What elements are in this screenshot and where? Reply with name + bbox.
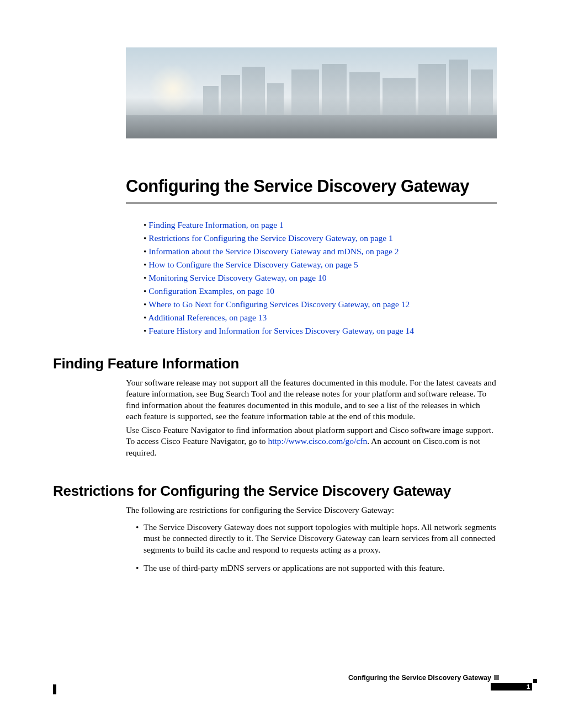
inline-link-cfn[interactable]: http://www.cisco.com/go/cfn <box>268 436 367 446</box>
banner-building <box>349 72 380 116</box>
toc-item: • Additional References, on page 13 <box>144 311 414 324</box>
toc-link[interactable]: Configuration Examples, on page 10 <box>148 286 274 296</box>
footer-square-icon <box>533 679 537 683</box>
toc-link[interactable]: Feature History and Information for Serv… <box>148 326 414 335</box>
list-text: The Service Discovery Gateway does not s… <box>144 522 496 554</box>
bullet-icon: • <box>136 563 139 574</box>
toc-item: • How to Configure the Service Discovery… <box>144 258 414 271</box>
list-text: The use of third-party mDNS servers or a… <box>144 563 445 572</box>
banner-building <box>242 67 265 116</box>
banner-building <box>322 64 347 116</box>
footer-left-bar-icon <box>53 684 56 694</box>
banner-building <box>471 69 493 116</box>
toc-link[interactable]: Additional References, on page 13 <box>148 313 267 322</box>
banner-ground <box>126 115 497 138</box>
bullet-icon: • <box>136 522 139 533</box>
list-item: • The use of third-party mDNS servers or… <box>144 563 497 574</box>
toc-link[interactable]: Where to Go Next for Configuring Service… <box>148 299 410 309</box>
toc-item: • Information about the Service Discover… <box>144 245 414 258</box>
toc-item: • Configuration Examples, on page 10 <box>144 285 414 298</box>
section-heading-restrictions: Restrictions for Configuring the Service… <box>53 483 451 500</box>
banner-sun <box>148 64 198 114</box>
list-item: • The Service Discovery Gateway does not… <box>144 522 497 555</box>
banner-building <box>203 86 219 116</box>
footer-page-bar <box>491 683 532 690</box>
paragraph: Use Cisco Feature Navigator to find info… <box>126 425 497 458</box>
section-heading-finding: Finding Feature Information <box>53 355 239 372</box>
toc-link[interactable]: How to Configure the Service Discovery G… <box>148 260 358 269</box>
banner-building <box>449 60 468 117</box>
paragraph: The following are restrictions for confi… <box>126 505 497 516</box>
table-of-contents: • Finding Feature Information, on page 1… <box>144 218 414 338</box>
banner-building <box>291 69 319 116</box>
banner-building <box>267 83 284 116</box>
banner-image <box>126 47 497 138</box>
toc-link[interactable]: Finding Feature Information, on page 1 <box>148 220 284 229</box>
toc-item: • Restrictions for Configuring the Servi… <box>144 232 414 245</box>
banner-building <box>418 64 446 116</box>
footer-square-icon <box>494 675 499 680</box>
toc-item: • Feature History and Information for Se… <box>144 324 414 338</box>
toc-link[interactable]: Monitoring Service Discovery Gateway, on… <box>148 273 326 282</box>
toc-link[interactable]: Information about the Service Discovery … <box>148 247 399 256</box>
toc-item: • Where to Go Next for Configuring Servi… <box>144 298 414 311</box>
footer-page-number: 1 <box>527 683 530 690</box>
paragraph: Your software release may not support al… <box>126 377 497 422</box>
title-rule <box>126 202 497 204</box>
toc-item: • Monitoring Service Discovery Gateway, … <box>144 271 414 285</box>
banner-building <box>221 75 240 116</box>
chapter-title: Configuring the Service Discovery Gatewa… <box>126 176 469 196</box>
toc-item: • Finding Feature Information, on page 1 <box>144 218 414 232</box>
footer-chapter-title: Configuring the Service Discovery Gatewa… <box>348 674 491 682</box>
toc-link[interactable]: Restrictions for Configuring the Service… <box>148 233 392 243</box>
banner-building <box>383 78 416 116</box>
